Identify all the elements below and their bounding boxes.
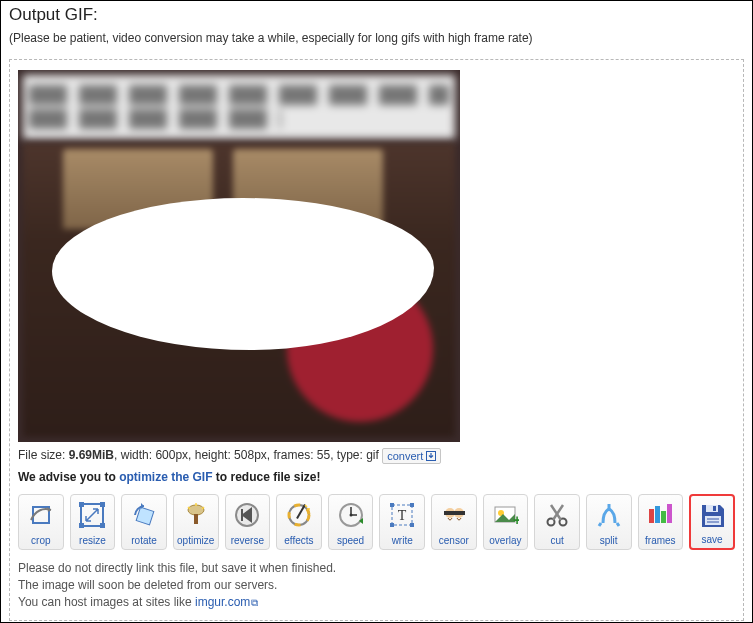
- save-icon: [698, 496, 726, 534]
- reverse-icon: [233, 495, 261, 535]
- frames-label: frames: [645, 535, 676, 546]
- svg-rect-4: [100, 502, 105, 507]
- advice-after: to reduce file size!: [212, 470, 320, 484]
- svg-rect-32: [661, 511, 666, 523]
- optimize-button[interactable]: optimize: [173, 494, 219, 550]
- resize-button[interactable]: resize: [70, 494, 116, 550]
- save-button[interactable]: save: [689, 494, 735, 550]
- write-label: write: [392, 535, 413, 546]
- convert-label: convert: [387, 450, 423, 462]
- overlay-icon: +: [491, 495, 519, 535]
- effects-icon: [285, 495, 313, 535]
- svg-rect-33: [667, 504, 672, 523]
- footer-line-3: You can host images at sites like imgur.…: [18, 594, 735, 611]
- external-link-icon: ⧉: [251, 597, 258, 608]
- svg-rect-19: [390, 523, 394, 527]
- save-label: save: [701, 534, 722, 545]
- split-label: split: [600, 535, 618, 546]
- speed-button[interactable]: speed: [328, 494, 374, 550]
- censor-label: censor: [439, 535, 469, 546]
- svg-text:T: T: [398, 508, 407, 523]
- svg-rect-20: [410, 523, 414, 527]
- write-button[interactable]: T write: [379, 494, 425, 550]
- svg-point-8: [188, 505, 204, 515]
- svg-rect-6: [100, 523, 105, 528]
- frames-icon: [646, 495, 674, 535]
- patience-note: (Please be patient, video conversion may…: [9, 31, 744, 45]
- svg-rect-30: [649, 509, 654, 523]
- svg-rect-7: [136, 507, 154, 525]
- svg-text:+: +: [513, 512, 519, 528]
- svg-rect-18: [410, 503, 414, 507]
- effects-label: effects: [284, 535, 313, 546]
- output-image: [18, 70, 460, 442]
- svg-rect-36: [705, 516, 721, 525]
- file-size-value: 9.69MiB: [69, 448, 114, 462]
- speed-label: speed: [337, 535, 364, 546]
- optimize-icon: [182, 495, 210, 535]
- svg-rect-9: [194, 514, 198, 524]
- reverse-label: reverse: [231, 535, 264, 546]
- svg-rect-34: [706, 505, 718, 512]
- output-heading: Output GIF:: [9, 5, 744, 25]
- svg-rect-17: [390, 503, 394, 507]
- svg-rect-5: [79, 523, 84, 528]
- footer-line-2: The image will soon be deleted from our …: [18, 577, 735, 594]
- cut-icon: [543, 495, 571, 535]
- rotate-button[interactable]: rotate: [121, 494, 167, 550]
- resize-icon: [78, 495, 106, 535]
- split-icon: [595, 495, 623, 535]
- frames-button[interactable]: frames: [638, 494, 684, 550]
- file-dimensions: , width: 600px, height: 508px, frames: 5…: [114, 448, 379, 462]
- censor-icon: [440, 495, 468, 535]
- rotate-label: rotate: [131, 535, 157, 546]
- optimize-link[interactable]: optimize the GIF: [119, 470, 212, 484]
- footer-line-1: Please do not directly link this file, b…: [18, 560, 735, 577]
- speed-icon: [337, 495, 365, 535]
- crop-button[interactable]: crop: [18, 494, 64, 550]
- crop-label: crop: [31, 535, 50, 546]
- tool-toolbar: crop resize rotate optimize reverse: [18, 494, 735, 550]
- censor-button[interactable]: censor: [431, 494, 477, 550]
- rotate-icon: [130, 495, 158, 535]
- advice-before: We advise you to: [18, 470, 119, 484]
- svg-rect-3: [79, 502, 84, 507]
- resize-label: resize: [79, 535, 106, 546]
- optimize-label: optimize: [177, 535, 214, 546]
- cut-button[interactable]: cut: [534, 494, 580, 550]
- file-size-prefix: File size:: [18, 448, 69, 462]
- svg-rect-35: [713, 506, 716, 511]
- split-button[interactable]: split: [586, 494, 632, 550]
- blurred-caption: [23, 75, 455, 139]
- effects-button[interactable]: effects: [276, 494, 322, 550]
- convert-button[interactable]: convert: [382, 448, 441, 464]
- svg-rect-24: [444, 511, 465, 515]
- crop-icon: [27, 495, 55, 535]
- reverse-button[interactable]: reverse: [225, 494, 271, 550]
- footer-notes: Please do not directly link this file, b…: [18, 560, 735, 610]
- overlay-button[interactable]: + overlay: [483, 494, 529, 550]
- optimize-advice: We advise you to optimize the GIF to red…: [18, 470, 735, 484]
- cut-label: cut: [550, 535, 563, 546]
- svg-rect-31: [655, 506, 660, 523]
- write-icon: T: [388, 495, 416, 535]
- imgur-link[interactable]: imgur.com: [195, 595, 250, 609]
- file-info-line: File size: 9.69MiB, width: 600px, height…: [18, 448, 735, 464]
- output-panel: File size: 9.69MiB, width: 600px, height…: [9, 59, 744, 621]
- download-icon: [426, 451, 436, 461]
- overlay-label: overlay: [489, 535, 521, 546]
